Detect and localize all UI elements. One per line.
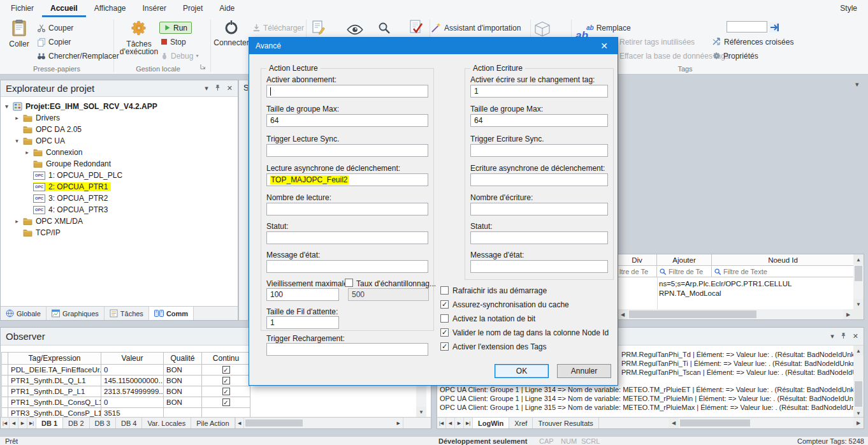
debug-button[interactable]: Debug ▾: [161, 50, 198, 62]
taille-groupe-max-ecriture-input[interactable]: 64: [470, 114, 608, 127]
cut-button[interactable]: Couper: [37, 22, 73, 34]
panel-menu-chevron-icon[interactable]: ▾: [205, 84, 208, 92]
tab-aide[interactable]: Aide: [211, 0, 243, 17]
tree-item-opcua-ptr2[interactable]: OPC 3: OPCUA_PTR2: [1, 193, 238, 204]
scroll-right-icon[interactable]: ▶: [853, 418, 864, 428]
activer-ecrire-changement-input[interactable]: 1: [470, 85, 608, 98]
first-sheet-icon[interactable]: |◀: [437, 418, 446, 428]
continuous-checkbox[interactable]: [222, 388, 230, 395]
tree-item-connexion[interactable]: ▸ Connexion: [1, 147, 238, 158]
notation-bit-checkbox[interactable]: [440, 314, 449, 323]
column-header[interactable]: Tag/Expression: [8, 353, 101, 365]
grid-body[interactable]: ns=5;s=Arp.Plc.Eclr/OPC.PTR1.CELLUL RPN.…: [618, 277, 864, 310]
close-icon[interactable]: ✕: [853, 332, 858, 340]
horizontal-scrollbar[interactable]: ◀ ▶: [618, 309, 853, 319]
table-row[interactable]: PDL_DEIE.TA_FinEffaceUr... 0 BON: [2, 365, 250, 376]
filter-cell[interactable]: ltre de Te: [618, 266, 657, 277]
taux-echantillonnage-input[interactable]: 500: [348, 288, 429, 301]
tab-graphiques[interactable]: Graphiques: [47, 307, 105, 320]
vieillissement-input[interactable]: 100: [266, 288, 339, 301]
prev-sheet-icon[interactable]: ◀: [10, 418, 18, 428]
tree-item-opcua-ptr3[interactable]: OPC 4: OPCUA_PTR3: [1, 204, 238, 215]
tab-xref[interactable]: Xref: [509, 418, 533, 428]
pin-icon[interactable]: [840, 332, 847, 340]
assurez-synchronisation-checkbox[interactable]: [440, 300, 449, 309]
tab-db2[interactable]: DB 2: [63, 418, 89, 428]
taille-fil-attente-input[interactable]: 1: [266, 316, 339, 329]
scroll-left-icon[interactable]: ◀: [669, 418, 679, 428]
tab-taches[interactable]: Tâches: [105, 307, 149, 320]
ok-button[interactable]: OK: [495, 364, 549, 378]
tab-trouver-resultats[interactable]: Trouver Resultats: [533, 418, 598, 428]
clear-tags-database-button[interactable]: Effacer la base de données tags: [609, 50, 729, 62]
package-button[interactable]: [533, 19, 552, 37]
nombre-ecriture-input[interactable]: [470, 203, 608, 215]
ecriture-asynchrone-input[interactable]: [470, 173, 608, 186]
scroll-left-icon[interactable]: ◀: [235, 418, 244, 428]
scroll-right-icon[interactable]: ▶: [843, 309, 853, 319]
horizontal-scrollbar[interactable]: [679, 418, 853, 428]
expander-icon[interactable]: ▸: [13, 218, 21, 224]
taille-groupe-max-lecture-input[interactable]: 64: [266, 114, 428, 127]
next-sheet-icon[interactable]: ▶: [455, 418, 464, 428]
tab-logwin[interactable]: LogWin: [473, 418, 509, 428]
column-header[interactable]: Continu: [202, 353, 250, 365]
tab-inserer[interactable]: Insérer: [134, 0, 175, 17]
trigger-lecture-sync-input[interactable]: [266, 144, 428, 157]
statut-ecriture-input[interactable]: [470, 231, 608, 244]
scroll-down-icon[interactable]: ▼: [853, 299, 864, 309]
nombre-lecture-input[interactable]: [266, 203, 428, 215]
style-menu[interactable]: Style: [832, 0, 865, 15]
message-etat-lecture-input[interactable]: [266, 260, 428, 273]
rafraichir-ids-checkbox[interactable]: [440, 286, 449, 295]
remove-unused-tags-button[interactable]: Retirer tags inutilisées: [609, 36, 695, 48]
tree-item-tcp-ip[interactable]: TCP/IP: [1, 227, 238, 238]
search-button[interactable]: [377, 20, 391, 36]
stop-button[interactable]: Stop: [161, 36, 186, 48]
column-header-noeud-id[interactable]: Noeud Id: [712, 254, 855, 266]
scroll-down-icon[interactable]: ▼: [416, 407, 426, 417]
verify-button[interactable]: [409, 19, 423, 36]
message-etat-ecriture-input[interactable]: [470, 260, 608, 273]
statut-lecture-input[interactable]: [266, 231, 428, 244]
expander-icon[interactable]: ▾: [3, 103, 11, 110]
column-header[interactable]: Valeur: [101, 353, 164, 365]
import-wizard-button[interactable]: Assistant d'importation: [431, 22, 521, 34]
continuous-checkbox[interactable]: [222, 398, 230, 406]
connect-button[interactable]: Connecter: [213, 20, 250, 47]
continuous-checkbox[interactable]: [222, 377, 230, 384]
scroll-up-icon[interactable]: ▲: [853, 254, 864, 265]
table-row[interactable]: PTR1_Synth.DL_P_L1 2313.574999999... BON: [2, 386, 250, 397]
tree-item-opc-xml-da[interactable]: ▸ OPC XML/DA: [1, 215, 238, 227]
filter-cell[interactable]: Filtre de Texte: [712, 266, 855, 277]
goto-tag-input[interactable]: [727, 21, 767, 33]
worksheet-edit-button[interactable]: [312, 19, 326, 36]
tree-item-project-root[interactable]: ▾ Projet:EG_IHM_SOL_RCV_V4.2.APP: [1, 101, 238, 112]
filter-cell[interactable]: Filtre de Te: [657, 266, 712, 277]
replace-button[interactable]: ab Remplace: [586, 22, 631, 34]
tab-globale[interactable]: Globale: [1, 307, 47, 320]
tree-item-opc-ua[interactable]: ▾ OPC UA: [1, 135, 238, 147]
scrollbar-thumb[interactable]: [680, 419, 750, 427]
tree-item-opc-da[interactable]: OPC DA 2.05: [1, 124, 238, 135]
tab-comm[interactable]: Comm: [149, 307, 194, 320]
tab-db3[interactable]: DB 3: [90, 418, 116, 428]
panel-menu-chevron-icon[interactable]: ▾: [855, 80, 859, 89]
close-icon[interactable]: ✕: [227, 84, 233, 92]
tree-item-opcua-ptr1[interactable]: OPC 2: OPCUA_PTR1: [1, 181, 238, 193]
find-replace-button[interactable]: Chercher/Remplacer: [37, 50, 119, 62]
scroll-left-icon[interactable]: ◀: [618, 309, 628, 319]
expander-icon[interactable]: ▸: [13, 115, 21, 121]
scrollbar[interactable]: ▲ ▼: [853, 346, 864, 418]
cross-references-button[interactable]: Références croisées: [712, 36, 793, 48]
download-button[interactable]: Télécharger: [252, 22, 304, 34]
tree-item-groupe-redondant[interactable]: Groupe Redondant: [1, 158, 238, 170]
cancel-button[interactable]: Annuler: [557, 364, 611, 378]
last-sheet-icon[interactable]: ▶|: [464, 418, 473, 428]
pin-icon[interactable]: [214, 84, 221, 92]
lecture-asynchrone-input[interactable]: TOP_MAJOPC_Feuil2: [266, 173, 428, 186]
tab-accueil[interactable]: Accueil: [42, 0, 86, 17]
tab-projet[interactable]: Projet: [175, 0, 211, 17]
table-row[interactable]: PTR1_Synth.DL_ConsQ_L1 0 BON: [2, 397, 250, 408]
column-header[interactable]: Qualité: [164, 353, 202, 365]
